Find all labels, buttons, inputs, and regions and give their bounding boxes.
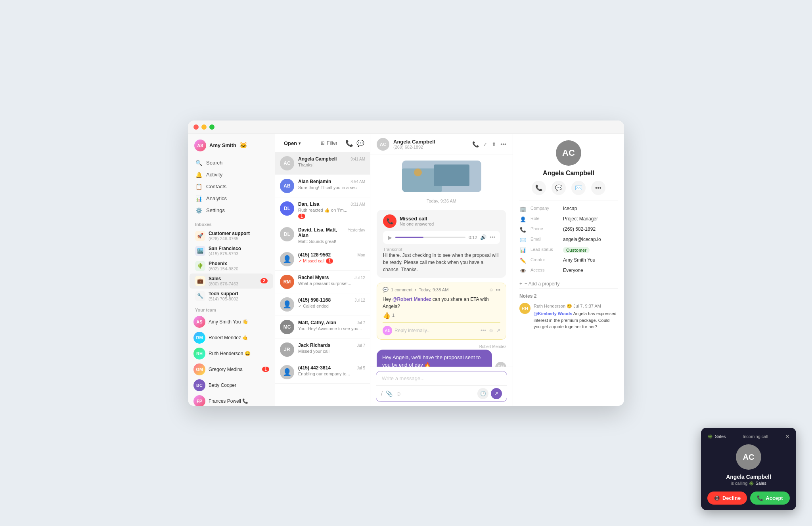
call-header: ✳️ Sales Incoming call ✕ — [707, 433, 790, 440]
reply-more-icon[interactable]: ••• — [481, 327, 486, 333]
audio-progress-fill — [395, 237, 423, 238]
inbox-phoenix[interactable]: 🌵 Phoenix (602) 154-9820 — [190, 258, 273, 274]
play-button[interactable]: ▶ — [388, 234, 392, 241]
team-amy[interactable]: AS Amy Smith You 👋 — [188, 314, 275, 330]
open-label: Open — [284, 140, 297, 146]
emoji-icon[interactable]: ☺ — [396, 390, 401, 397]
conv-item-415598[interactable]: 👤 (415) 598-1168 Jul 12 ✓ Called ended — [275, 293, 370, 316]
conv-item-dan[interactable]: DL Dan, Lisa 8:31 AM Ruth reacted 👍 on '… — [275, 197, 370, 223]
contact-message-button[interactable]: 💬 — [552, 181, 566, 195]
conv-body-david: David, Lisa, Matt, Alan Yesterday Matt: … — [298, 227, 365, 244]
conv-avatar-angela: AC — [280, 156, 294, 170]
add-property-label: + Add a property — [525, 281, 559, 287]
sidebar-item-activity[interactable]: 🔔 Activity — [192, 169, 271, 181]
comment-text-pre: Hey — [383, 296, 393, 302]
slash-command-icon[interactable]: / — [381, 390, 383, 397]
audio-more-icon[interactable]: ••• — [490, 234, 495, 240]
conv-preview-angela: Thanks! — [298, 163, 365, 167]
inbox-sales[interactable]: 💼 Sales (800) 676-7463 2 — [190, 274, 273, 289]
sidebar-item-settings[interactable]: ⚙️ Settings — [192, 205, 271, 216]
chat-contact-info: Angela Campbell (269) 682-1892 — [393, 139, 435, 149]
contact-header: AC Angela Campbell 📞 💬 ✉️ ••• — [519, 140, 618, 201]
team-betty[interactable]: BC Betty Cooper — [188, 377, 275, 393]
contact-email-button[interactable]: ✉️ — [571, 181, 586, 195]
phone-detail-icon: 📞 — [519, 227, 527, 233]
conv-item-415442[interactable]: 👤 (415) 442-3614 Jul 5 Enabling our comp… — [275, 361, 370, 384]
compose-icon[interactable]: 💬 — [356, 140, 364, 147]
reply-emoji-icon[interactable]: ☺ — [488, 327, 494, 333]
comment-emoji-react[interactable]: ☺ — [489, 287, 493, 292]
comment-thumbs-up: 👍 — [383, 312, 391, 319]
export-icon[interactable]: ⬆ — [492, 141, 496, 147]
schedule-send-button[interactable]: 🕐 — [477, 388, 488, 399]
conv-item-415128[interactable]: 👤 (415) 128-9562 Mon ↗ Missed call 1 — [275, 248, 370, 271]
sidebar-item-contacts[interactable]: 📋 Contacts — [192, 181, 271, 193]
sidebar-username: Amy Smith — [209, 142, 236, 148]
plus-icon: + — [519, 281, 522, 287]
svg-point-3 — [414, 168, 422, 176]
sidebar-item-search[interactable]: 🔍 Search — [192, 157, 271, 169]
inbox-icon-sf: 🏙️ — [195, 246, 205, 256]
access-icon: 👁️ — [519, 268, 527, 274]
sales-icon: ✳️ — [707, 434, 713, 439]
check-icon[interactable]: ✓ — [483, 141, 488, 147]
contact-call-button[interactable]: 📞 — [532, 181, 546, 195]
transcript-label: Transcript — [383, 247, 500, 252]
note-time: Jul 7, 9:37 AM — [573, 304, 601, 308]
decline-button[interactable]: 📵 Decline — [707, 492, 747, 505]
conv-name-alan: Alan Benjamin — [298, 179, 331, 184]
conv-body-jack: Jack Richards Jul 7 Missed your call — [298, 342, 365, 354]
conv-body-415598: (415) 598-1168 Jul 12 ✓ Called ended — [298, 297, 365, 309]
more-icon[interactable]: ••• — [500, 141, 506, 147]
minimize-button[interactable] — [201, 124, 207, 130]
sidebar-item-analytics[interactable]: 📊 Analytics — [192, 193, 271, 205]
conv-name-415128: (415) 128-9562 — [298, 252, 331, 258]
conv-time-415442: Jul 5 — [357, 366, 365, 370]
close-button[interactable] — [193, 124, 199, 130]
add-property[interactable]: + + Add a property — [519, 279, 618, 288]
call-close-button[interactable]: ✕ — [785, 433, 790, 440]
team-frances[interactable]: FP Frances Powell 📞 — [188, 393, 275, 406]
accept-button[interactable]: 📞 Accept — [750, 492, 790, 505]
comment-header: 💬 1 comment • Today, 9:38 AM ☺ ••• — [383, 287, 500, 293]
inbox-san-francisco[interactable]: 🏙️ San Francisco (415) 875-5793 — [190, 243, 273, 258]
team-avatar-amy: AS — [193, 316, 205, 328]
call-type-label: Incoming call — [743, 434, 768, 439]
inbox-customer-support[interactable]: 🚀 Customer support (628) 246-3765 — [190, 228, 273, 243]
reply-placeholder[interactable]: Reply internally... — [395, 328, 478, 333]
send-button[interactable]: ↗ — [491, 388, 502, 399]
team-ruth[interactable]: RH Ruth Henderson 😄 — [188, 346, 275, 362]
access-value: Everyone — [563, 268, 583, 273]
nav-label-activity: Activity — [206, 172, 222, 178]
conv-item-david[interactable]: DL David, Lisa, Matt, Alan Yesterday Mat… — [275, 223, 370, 248]
attachment-icon[interactable]: 📎 — [386, 390, 393, 397]
inbox-tech-support[interactable]: 🔧 Tech support (514) 705-8002 — [190, 289, 273, 304]
volume-icon[interactable]: 🔊 — [480, 234, 486, 240]
phone-icon[interactable]: 📞 — [345, 140, 353, 147]
conv-avatar-dan: DL — [280, 201, 294, 216]
comment-more[interactable]: ••• — [496, 287, 500, 292]
contact-more-button[interactable]: ••• — [591, 181, 605, 195]
team-robert[interactable]: RM Robert Mendez 🤙 — [188, 330, 275, 346]
conv-preview-matt: You: Hey! Awesome to see you... — [298, 326, 365, 331]
conv-item-alan[interactable]: AB Alan Benjamin 8:54 AM Sure thing! I'l… — [275, 175, 370, 197]
sidebar-user[interactable]: AS Amy Smith 🐱 — [188, 134, 275, 155]
conv-item-angela[interactable]: AC Angela Campbell 9:41 AM Thanks! — [275, 152, 370, 175]
chat-input-box: / 📎 ☺ 🕐 ↗ — [376, 371, 507, 402]
reply-send-icon[interactable]: ↗ — [496, 327, 500, 333]
call-icon[interactable]: 📞 — [472, 141, 479, 147]
missed-call-tag: ↗ Missed call — [298, 258, 324, 264]
team-gregory[interactable]: GM Gregory Medina 1 — [188, 362, 275, 377]
conv-time-rachel: Jul 12 — [354, 275, 365, 280]
message-input[interactable] — [376, 371, 507, 385]
audio-progress-bar[interactable] — [395, 237, 465, 238]
open-filter-button[interactable]: Open ▾ — [281, 139, 304, 148]
outgoing-avatar: RM — [495, 362, 506, 367]
conv-item-jack[interactable]: JR Jack Richards Jul 7 Missed your call — [275, 339, 370, 361]
maximize-button[interactable] — [209, 124, 214, 130]
conv-item-rachel[interactable]: RM Rachel Myers Jul 12 What a pleasant s… — [275, 271, 370, 293]
filter-icon: ⊞ — [321, 140, 325, 146]
lead-icon: 📊 — [519, 247, 527, 253]
conv-item-matt[interactable]: MC Matt, Cathy, Alan Jul 7 You: Hey! Awe… — [275, 316, 370, 339]
filter-button[interactable]: ⊞ Filter — [318, 139, 341, 147]
